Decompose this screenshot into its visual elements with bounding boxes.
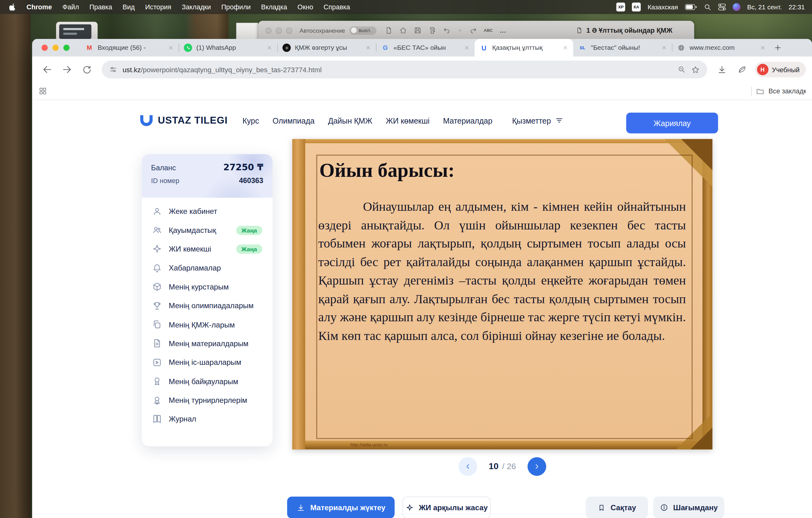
report-button[interactable]: Шағымдану [653, 496, 724, 518]
address-bar[interactable]: ust.kz/powerpoint/qazaqtyng_ulttyq_oiyny… [102, 61, 707, 79]
site-settings-icon[interactable] [109, 65, 117, 74]
close-tab-icon[interactable] [662, 45, 667, 51]
sidebar-item-notifications[interactable]: Хабарламалар [142, 258, 272, 277]
sidebar-item-events[interactable]: Менің іс-шараларым [142, 353, 272, 372]
xppen-tray-icon[interactable]: XP [616, 2, 625, 11]
menu-help[interactable]: Справка [318, 3, 355, 11]
sidebar-item-label: Хабарламалар [169, 264, 221, 272]
next-slide-button[interactable] [527, 457, 546, 476]
sidebar-item-ai-assistant[interactable]: ЖИ көмекші Жаңа [142, 240, 272, 259]
publish-button[interactable]: Жариялау [626, 113, 718, 133]
tab-chatgpt[interactable]: ҚМЖ өзгерту ұсы [277, 39, 376, 57]
nav-dayyn-kmzh[interactable]: Дайын ҚМЖ [328, 116, 372, 125]
close-tab-icon[interactable] [267, 45, 272, 51]
window-controls[interactable] [41, 44, 69, 51]
downloads-icon[interactable] [713, 61, 731, 79]
menubar-app-name[interactable]: Chrome [21, 3, 57, 11]
slide-title: Ойын барысы: [319, 159, 455, 182]
minimize-window-button[interactable] [52, 44, 59, 51]
new-document-icon[interactable] [385, 27, 393, 34]
page-url[interactable]: ust.kz/powerpoint/qazaqtyng_ulttyq_oiyny… [122, 66, 321, 73]
redo-icon[interactable] [469, 27, 477, 34]
tab-gmail[interactable]: M Входящие (56) - [80, 39, 179, 57]
site-logo[interactable]: USTAZ TILEGI [140, 115, 228, 126]
sidebar-item-courses[interactable]: Менің курстарым [142, 277, 272, 296]
chatgpt-favicon [283, 43, 291, 52]
tab-mexc[interactable]: www.mexc.com [672, 39, 771, 57]
all-bookmarks-label[interactable]: Все закладки [768, 87, 806, 95]
menubar-time[interactable]: 22:31 [789, 3, 805, 10]
autosave-toggle[interactable]: выкл. [349, 26, 376, 35]
new-tab-button[interactable] [771, 39, 785, 57]
control-center-icon[interactable] [718, 4, 726, 10]
cube-icon [152, 282, 162, 292]
sidebar-item-kmzh[interactable]: Менің ҚМЖ-ларым [142, 315, 272, 334]
nav-olimpiada[interactable]: Олимпиада [272, 116, 315, 125]
create-with-ai-button[interactable]: ЖИ арқылы жасау [402, 496, 491, 518]
close-tab-icon[interactable] [366, 45, 371, 51]
all-bookmarks-folder-icon[interactable] [756, 87, 764, 95]
zoom-icon[interactable] [677, 65, 686, 74]
sidebar-item-cabinet[interactable]: Жеке кабинет [142, 202, 272, 221]
close-tab-icon[interactable] [760, 45, 765, 51]
apple-menu[interactable] [4, 3, 21, 11]
sidebar-menu: Жеке кабинет Қауымдастық Жаңа ЖИ көмекші… [142, 198, 272, 431]
menubar-date[interactable]: Вс, 21 сент. [747, 3, 782, 10]
tab-google-search[interactable]: G «БЕС ТАС» ойын [376, 39, 475, 57]
save-button[interactable]: Сақтау [585, 496, 648, 518]
spotlight-search-icon[interactable] [704, 3, 711, 10]
bookmark-star-icon[interactable] [691, 65, 700, 74]
nav-materialdar[interactable]: Материалдар [443, 116, 492, 125]
screen: Автосохранение выкл. ABC … 1 Ә Ұлттық ой… [0, 0, 812, 518]
home-icon[interactable] [399, 27, 407, 34]
menu-tab[interactable]: Вкладка [256, 3, 292, 11]
tab-bestas[interactable]: EL "Бестас" ойыны! [573, 39, 672, 57]
menu-profiles[interactable]: Профили [216, 3, 256, 11]
sidebar-item-community[interactable]: Қауымдастық Жаңа [142, 221, 272, 240]
total-slides: / 26 [502, 462, 516, 471]
tab-ustaz-active[interactable]: U Қазақтың ұлттық [475, 39, 573, 57]
file-icon [152, 339, 162, 349]
sidebar-item-materials[interactable]: Менің материалдарым [142, 334, 272, 353]
chevron-down-icon[interactable] [457, 28, 463, 33]
nav-zhi-komekshi[interactable]: ЖИ көмекші [386, 116, 430, 125]
user-avatar-icon[interactable] [732, 3, 741, 11]
sidebar-item-label: Менің курстарым [169, 283, 229, 291]
zoom-window-button[interactable] [63, 44, 69, 51]
more-icon[interactable]: … [500, 27, 506, 34]
print-icon[interactable] [428, 27, 436, 34]
sidebar-item-journal[interactable]: Журнал [142, 410, 272, 429]
tab-whatsapp[interactable]: (1) WhatsApp [178, 39, 277, 57]
profile-chip[interactable]: Н Учебный [755, 62, 806, 77]
close-tab-icon[interactable] [168, 45, 173, 51]
input-language-name[interactable]: Казахская [647, 3, 678, 10]
menu-edit[interactable]: Правка [84, 3, 117, 11]
sidebar-item-tournaments[interactable]: Менің турнирлерлерім [142, 391, 272, 410]
download-material-button[interactable]: Материалды жүктеу [287, 496, 395, 518]
close-tab-icon[interactable] [464, 45, 469, 51]
nav-kurs[interactable]: Курс [242, 116, 259, 125]
sidebar-item-contests[interactable]: Менің байқауларым [142, 372, 272, 391]
apps-grid-icon[interactable] [38, 87, 47, 95]
menu-view[interactable]: Вид [117, 3, 140, 11]
back-button[interactable] [38, 61, 56, 79]
menu-file[interactable]: Файл [57, 3, 84, 11]
save-icon[interactable] [414, 27, 422, 34]
previous-slide-button[interactable] [459, 457, 477, 476]
nav-services[interactable]: Қызметтер [512, 116, 563, 125]
battery-icon[interactable] [685, 4, 697, 10]
menu-window[interactable]: Окно [292, 3, 318, 11]
undo-icon[interactable] [443, 27, 451, 34]
reload-button[interactable] [78, 61, 96, 79]
forward-button[interactable] [58, 61, 76, 79]
input-language-badge[interactable]: КА [632, 2, 641, 11]
close-window-button[interactable] [41, 44, 48, 51]
create-with-ai-label: ЖИ арқылы жасау [419, 504, 488, 512]
energy-saver-icon[interactable] [733, 61, 751, 79]
close-tab-icon[interactable] [563, 45, 568, 51]
sidebar-item-olympiads[interactable]: Менің олимпиадаларым [142, 296, 272, 315]
menu-history[interactable]: История [140, 3, 176, 11]
spellcheck-icon[interactable]: ABC [484, 28, 493, 33]
menu-bookmarks[interactable]: Закладки [177, 3, 216, 11]
sidebar-item-label: Менің іс-шараларым [169, 358, 241, 367]
